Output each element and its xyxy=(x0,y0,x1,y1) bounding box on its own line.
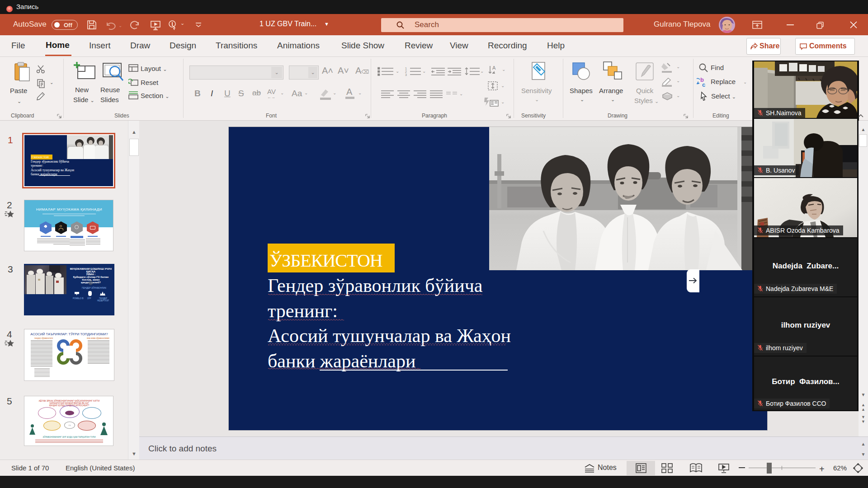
svg-text:1: 1 xyxy=(405,67,407,70)
svg-text:3: 3 xyxy=(405,73,407,76)
svg-text:c: c xyxy=(702,81,705,88)
svg-text:2: 2 xyxy=(405,70,407,73)
svg-text:A: A xyxy=(492,65,496,70)
